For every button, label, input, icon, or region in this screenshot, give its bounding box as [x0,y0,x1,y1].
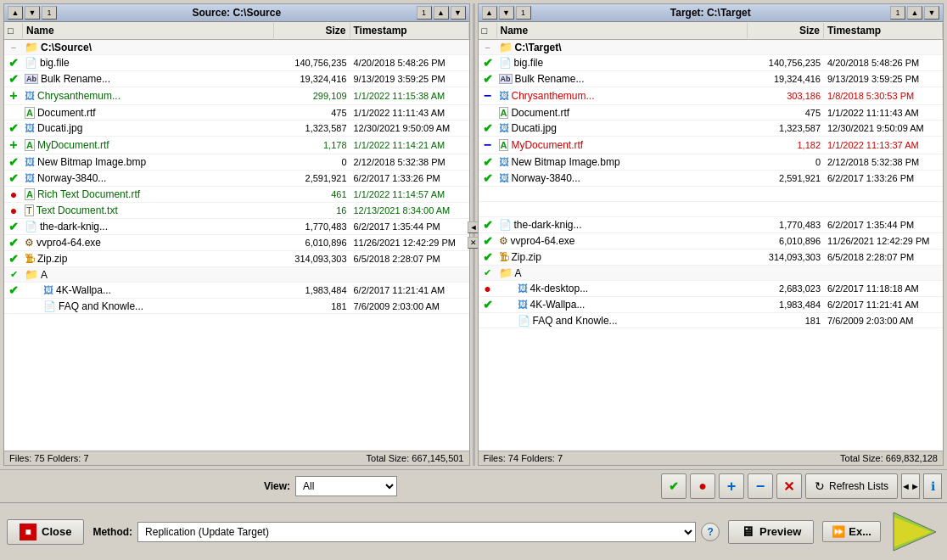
file-size: 181 [748,315,824,327]
file-size: 140,756,235 [274,57,350,69]
source-list-item[interactable]: ✔ ⚙ vvpro4-64.exe 6,010,896 11/26/2021 1… [4,235,469,251]
target-panel: ▲ ▼ 1 Target: C:\Target 1 ▲ ▼ □ Name Siz… [478,3,944,466]
info-button[interactable]: ℹ [923,473,942,499]
target-list-item[interactable]: ✔ ⚙ vvpro4-64.exe 6,010,896 11/26/2021 1… [479,233,944,249]
source-root-status: − [4,42,23,53]
source-list-item[interactable]: ✔ 📄 the-dark-knig... 1,770,483 6/2/2017 … [4,219,469,235]
file-timestamp: 7/6/2009 2:03:00 AM [350,300,469,312]
target-col-timestamp[interactable]: Timestamp [824,23,943,38]
source-col-name[interactable]: Name [23,23,274,38]
file-status: ✔ [4,268,23,281]
status-check-icon: ✔ [8,155,19,169]
target-list-item[interactable]: ✔ 🗜 Zip.zip 314,093,303 6/5/2018 2:28:07… [479,249,944,266]
file-size: 1,182 [748,139,824,151]
source-panel: ▲ ▼ 1 Source: C:\Source 1 ▲ ▼ □ Name Siz… [3,3,470,466]
fast-forward-icon: ⏩ [832,525,845,538]
target-list-item[interactable]: ✔ 🖼 New Bitmap Image.bmp 0 2/12/2018 5:3… [479,154,944,171]
refresh-lists-button[interactable]: ↻ Refresh Lists [805,473,898,499]
source-list-item[interactable]: 📄 FAQ and Knowle... 181 7/6/2009 2:03:00… [4,299,469,314]
status-check-icon: ✔ [8,121,19,135]
method-label: Method: [92,526,132,538]
source-list-item[interactable]: + 🖼 Chrysanthemum... 299,109 1/1/2022 11… [4,87,469,105]
nav-arrow-button[interactable]: ◄► [901,473,920,499]
file-size [274,274,350,276]
source-root-name: 📁 C:\Source\ [23,40,274,54]
filter-circle-button[interactable]: ● [690,473,715,499]
help-button[interactable]: ? [701,523,720,541]
target-files-count: Files: 74 Folders: 7 [484,453,563,463]
source-list-item[interactable]: ✔ 📄 big.file 140,756,235 4/20/2018 5:48:… [4,55,469,71]
source-col-size[interactable]: Size [274,23,350,38]
target-list-item[interactable]: − 🖼 Chrysanthemum... 303,186 1/8/2018 5:… [479,87,944,105]
file-name: T Text Document.txt [23,204,274,217]
source-list-item[interactable]: ✔ 🗜 Zip.zip 314,093,303 6/5/2018 2:28:07… [4,251,469,267]
file-timestamp: 2/12/2018 5:32:38 PM [350,156,469,168]
target-col-name[interactable]: Name [497,23,748,38]
target-col-headers: □ Name Size Timestamp [479,22,944,40]
file-size: 475 [274,107,350,119]
target-list-item[interactable]: ✔ 📄 the-dark-knig... 1,770,483 6/2/2017 … [479,217,944,233]
target-col-size[interactable]: Size [748,23,824,38]
preview-button[interactable]: 🖥 Preview [728,520,814,544]
filter-minus-button[interactable]: − [748,473,773,499]
logo [889,508,940,555]
file-status: + [4,87,23,104]
status-check-icon: ✔ [483,121,493,135]
status-check-icon: ✔ [483,234,493,248]
target-list-item[interactable]: ✔ Ab Bulk Rename... 19,324,416 9/13/2019… [479,71,944,87]
target-nav-rdown[interactable]: ▼ [924,6,939,20]
source-list-item[interactable]: + A MyDocument.rtf 1,178 1/1/2022 11:14:… [4,137,469,154]
method-select[interactable]: Replication (Update Target) Mirror (Exac… [137,522,696,542]
view-select[interactable]: All Different Same Source Only Target On… [295,476,397,496]
file-size: 19,324,416 [748,73,824,85]
source-list-item[interactable]: ✔ 📁 A [4,267,469,283]
source-nav-1[interactable]: 1 [42,6,57,20]
source-file-list[interactable]: ✔ 📄 big.file 140,756,235 4/20/2018 5:48:… [4,55,469,451]
source-list-item[interactable]: ✔ Ab Bulk Rename... 19,324,416 9/13/2019… [4,71,469,87]
close-button[interactable]: ■ Close [7,519,84,545]
target-list-item[interactable]: ● 🖼 4k-desktop... 2,683,023 6/2/2017 11:… [479,281,944,297]
source-nav-up[interactable]: ▲ [8,6,23,20]
file-size: 0 [748,156,824,168]
source-list-item[interactable]: ✔ 🖼 4K-Wallpa... 1,983,484 6/2/2017 11:2… [4,283,469,299]
source-list-item[interactable]: ✔ 🖼 Norway-3840... 2,591,921 6/2/2017 1:… [4,171,469,187]
target-list-item[interactable]: ✔ 🖼 4K-Wallpa... 1,983,484 6/2/2017 11:2… [479,297,944,313]
source-list-item[interactable]: A Document.rtf 475 1/1/2022 11:11:43 AM [4,105,469,120]
target-nav-rup[interactable]: ▲ [907,6,922,20]
target-file-list[interactable]: ✔ 📄 big.file 140,756,235 4/20/2018 5:48:… [479,55,944,451]
source-nav-rdown[interactable]: ▼ [451,6,466,20]
source-status-bar: Files: 75 Folders: 7 Total Size: 667,145… [4,451,469,465]
status-circle-icon: ● [10,188,17,201]
target-nav-up[interactable]: ▲ [482,6,497,20]
source-root-folder: − 📁 C:\Source\ [4,40,469,55]
target-nav-1[interactable]: 1 [516,6,531,20]
target-nav-r1[interactable]: 1 [890,6,905,20]
file-timestamp: 6/5/2018 2:28:07 PM [350,253,469,265]
file-timestamp: 1/1/2022 11:14:21 AM [350,139,469,151]
target-list-item[interactable]: ✔ 🖼 Ducati.jpg 1,323,587 12/30/2021 9:50… [479,120,944,137]
file-name: 📄 the-dark-knig... [23,220,274,233]
source-col-headers: □ Name Size Timestamp [4,22,469,40]
target-list-item[interactable]: ✔ 🖼 Norway-3840... 2,591,921 6/2/2017 1:… [479,171,944,187]
source-col-timestamp[interactable]: Timestamp [350,23,469,38]
file-name: 🖼 Chrysanthemum... [497,89,748,103]
source-list-item[interactable]: ● T Text Document.txt 16 12/13/2021 8:34… [4,203,469,219]
target-list-item[interactable]: A Document.rtf 475 1/1/2022 11:11:43 AM [479,105,944,120]
source-nav-down[interactable]: ▼ [25,6,40,20]
panel-separator: ◄ ✕ [473,3,475,466]
filter-x-button[interactable]: ✕ [776,473,802,499]
execute-button[interactable]: ⏩ Ex... [822,521,881,542]
filter-check-button[interactable]: ✔ [661,473,686,499]
source-nav-r1[interactable]: 1 [417,6,432,20]
source-list-item[interactable]: ● A Rich Text Document.rtf 461 1/1/2022 … [4,187,469,203]
target-list-item[interactable]: ✔ 📄 big.file 140,756,235 4/20/2018 5:48:… [479,55,944,71]
target-nav-down[interactable]: ▼ [499,6,514,20]
source-list-item[interactable]: ✔ 🖼 Ducati.jpg 1,323,587 12/30/2021 9:50… [4,120,469,137]
source-list-item[interactable]: ✔ 🖼 New Bitmap Image.bmp 0 2/12/2018 5:3… [4,154,469,171]
target-list-item[interactable]: 📄 FAQ and Knowle... 181 7/6/2009 2:03:00… [479,313,944,328]
target-list-item[interactable]: ✔ 📁 A [479,266,944,281]
target-list-item[interactable]: − A MyDocument.rtf 1,182 1/1/2022 11:13:… [479,137,944,154]
filter-plus-button[interactable]: + [719,473,744,499]
source-nav-rup[interactable]: ▲ [434,6,449,20]
method-section: Method: Replication (Update Target) Mirr… [92,522,720,542]
